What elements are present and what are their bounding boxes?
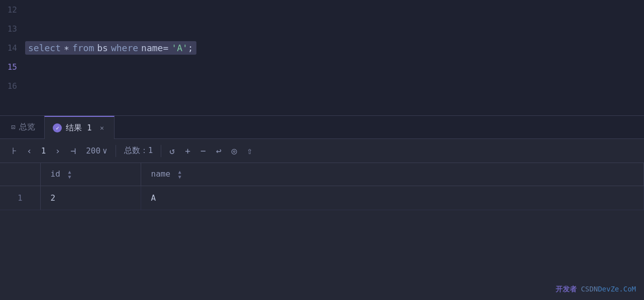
cell-rownum: 1 [0,186,40,210]
keyword-from: from [72,43,94,53]
watermark-devze: DevZe.CoM [598,285,636,293]
first-page-button[interactable]: ⊦ [8,142,21,159]
result-toolbar: ⊦ ‹ 1 › ⊣ 200 ∨ 总数：1 ↺ + − ↩ ◎ ⇧ [0,139,644,163]
terminal-icon: ⊡ [11,123,15,131]
code-line-13: 13 [0,19,644,38]
code-semi: ; [188,43,193,53]
code-string: 'A' [171,43,188,53]
watermark-highlight: 开发者 [556,285,577,293]
current-page: 1 [38,146,49,156]
code-name: name= [141,43,168,53]
tab-close-button[interactable]: × [98,123,106,133]
prev-page-button[interactable]: ‹ [23,142,36,159]
tabs-row: ⊡ 总览 ✓ 结果 1 × [0,116,644,139]
watermark-csdn: CSDN [581,285,598,293]
code-editor[interactable]: 12 13 14 select ∗ from bs where name= 'A… [0,0,644,115]
table-header-row: id ▲▼ name ▲▼ [0,163,644,186]
toolbar-divider-2 [161,145,161,157]
eye-button[interactable]: ◎ [228,142,241,159]
result-table: id ▲▼ name ▲▼ 1 2 A [0,163,644,240]
cell-id: 2 [40,186,141,210]
code-line-14[interactable]: 14 select ∗ from bs where name= 'A' ; [0,38,644,57]
line-number-12: 12 [5,5,25,15]
table-empty-row [0,210,644,240]
col-header-id[interactable]: id ▲▼ [40,163,141,186]
sort-arrows-id[interactable]: ▲▼ [68,170,71,180]
next-page-button[interactable]: › [51,142,64,159]
total-count: 总数：1 [120,145,157,156]
cell-name: A [141,186,644,210]
line-number-13: 13 [5,24,25,34]
table-row[interactable]: 1 2 A [0,186,644,210]
sort-arrows-name[interactable]: ▲▼ [178,170,181,180]
bottom-panel: ⊡ 总览 ✓ 结果 1 × ⊦ ‹ 1 › ⊣ 200 ∨ 总数：1 ↺ + −… [0,115,644,300]
code-content-14: select ∗ from bs where name= 'A' ; [25,41,196,55]
col-name-label: name [151,169,171,179]
page-size-value: 200 [86,146,100,156]
code-line-16: 16 [0,76,644,95]
code-table: bs [97,43,108,53]
undo-button[interactable]: ↩ [212,142,226,159]
keyword-where: where [111,43,138,53]
refresh-button[interactable]: ↺ [165,142,179,159]
chevron-down-icon: ∨ [102,146,108,156]
upload-button[interactable]: ⇧ [243,142,257,159]
page-size-selector[interactable]: 200 ∨ [82,144,112,158]
toolbar-divider-1 [116,145,116,157]
watermark: 开发者 CSDNDevZe.CoM [556,285,636,294]
code-line-12: 12 [0,0,644,19]
line-number-15: 15 [5,62,25,72]
check-icon: ✓ [53,123,62,132]
delete-row-button[interactable]: − [196,142,210,159]
keyword-select: select [28,43,61,53]
tab-overview-label: 总览 [19,122,35,132]
tab-result-label: 结果 1 [66,123,91,133]
col-header-name[interactable]: name ▲▼ [141,163,644,186]
line-number-16: 16 [5,81,25,91]
tab-overview[interactable]: ⊡ 总览 [2,115,44,138]
line-number-14: 14 [5,43,25,53]
add-row-button[interactable]: + [181,142,194,159]
col-id-label: id [51,169,60,179]
tab-result-1[interactable]: ✓ 结果 1 × [44,116,115,139]
last-page-button[interactable]: ⊣ [66,142,80,159]
col-header-rownum [0,163,40,186]
code-star: ∗ [64,43,69,53]
code-line-15[interactable]: 15 [0,57,644,76]
data-table-container: id ▲▼ name ▲▼ 1 2 A [0,163,644,240]
